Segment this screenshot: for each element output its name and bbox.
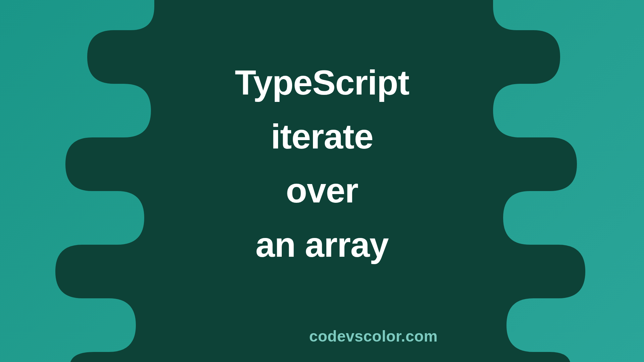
title-block: TypeScript iterate over an array [235, 56, 409, 272]
title-line-4: an array [235, 218, 409, 272]
title-line-2: iterate [235, 110, 409, 164]
credit-text: codevscolor.com [309, 327, 438, 345]
title-line-1: TypeScript [235, 56, 409, 110]
title-line-3: over [235, 164, 409, 218]
